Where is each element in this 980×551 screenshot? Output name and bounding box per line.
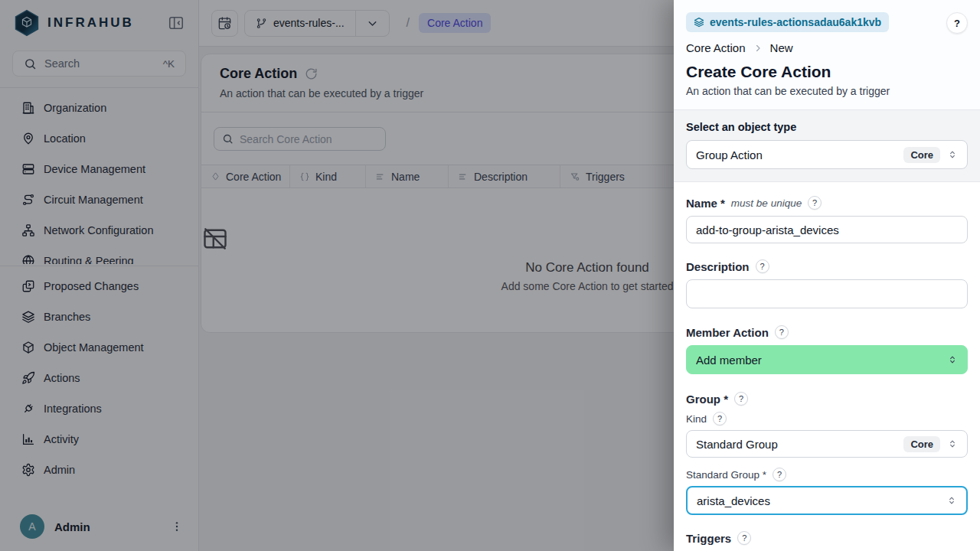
drawer-subtitle: An action that can be executed by a trig… [686,85,968,97]
modal-dim-overlay[interactable] [0,0,674,551]
kind-label: Kind [686,413,707,425]
name-input[interactable] [686,216,968,243]
standard-group-select[interactable]: arista_devices [686,486,968,515]
triggers-label-row: Triggers ? [686,531,968,545]
layers-icon [694,17,704,28]
object-type-section: Select an object type Group Action Core [674,109,980,182]
object-type-label: Select an object type [686,121,968,133]
chevrons-up-down-icon [946,495,957,506]
create-core-action-drawer: events-rules-actionsadau6ak1kvb ? Core A… [674,0,980,551]
object-type-value: Group Action [696,148,903,161]
group-help-icon[interactable]: ? [734,392,748,406]
member-action-label-row: Member Action ? [686,325,968,339]
chevrons-up-down-icon [947,354,958,365]
triggers-help-icon[interactable]: ? [737,531,751,545]
standard-group-help-icon[interactable]: ? [773,468,786,481]
group-label-row: Group * ? [686,392,968,406]
object-type-select[interactable]: Group Action Core [686,140,968,169]
description-help-icon[interactable]: ? [756,259,769,273]
standard-group-label-row: Standard Group * ? [686,468,968,481]
name-field-label-row: Name * must be unique ? [686,196,968,210]
standard-group-value: arista_devices [697,494,946,507]
member-action-select[interactable]: Add member [686,345,968,374]
standard-group-label: Standard Group * [686,469,766,481]
help-button[interactable]: ? [946,12,968,34]
description-label: Description [686,260,750,273]
description-input[interactable] [686,279,968,308]
kind-value: Standard Group [696,438,903,451]
name-help-icon[interactable]: ? [808,196,822,210]
drawer-header: events-rules-actionsadau6ak1kvb ? Core A… [674,0,980,109]
drawer-branch-name: events-rules-actionsadau6ak1kvb [710,16,881,28]
drawer-breadcrumb: Core Action New [686,41,968,54]
group-label: Group * [686,393,728,406]
drawer-title: Create Core Action [686,63,968,81]
core-namespace-badge: Core [903,147,940,163]
chevrons-up-down-icon [947,439,958,449]
core-namespace-badge: Core [903,436,940,452]
drawer-form: Name * must be unique ? Description ? Me… [674,196,980,551]
drawer-breadcrumb-current: New [770,41,793,54]
member-action-label: Member Action [686,326,769,339]
member-action-help-icon[interactable]: ? [775,325,789,339]
kind-select[interactable]: Standard Group Core [686,430,968,458]
kind-help-icon[interactable]: ? [713,412,727,425]
triggers-label: Triggers [686,532,731,545]
drawer-breadcrumb-parent[interactable]: Core Action [686,41,746,54]
kind-label-row: Kind ? [686,412,968,425]
name-label: Name * [686,197,725,210]
description-field-label-row: Description ? [686,259,968,273]
chevron-right-icon [753,43,763,54]
name-hint: must be unique [731,197,802,209]
chevrons-up-down-icon [947,149,958,160]
drawer-branch-badge[interactable]: events-rules-actionsadau6ak1kvb [686,12,889,32]
member-action-value: Add member [696,354,947,367]
